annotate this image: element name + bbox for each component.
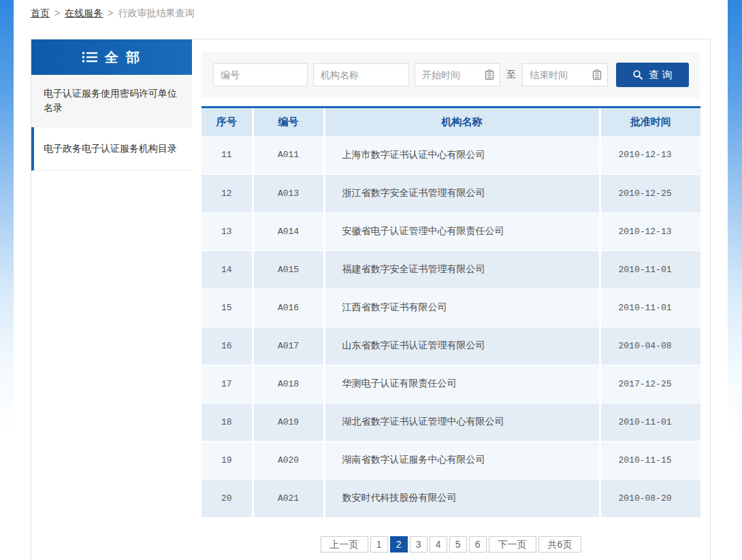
page-number-6[interactable]: 6	[469, 536, 487, 553]
breadcrumb-online-services-link[interactable]: 在线服务	[65, 7, 103, 18]
table-row: 12 A013 浙江省数字安全证书管理有限公司 2010-12-25	[201, 174, 700, 212]
table-row: 16 A017 山东省数字证书认证管理有限公司 2010-04-08	[201, 327, 700, 365]
cell-approval-date: 2010-11-01	[600, 289, 700, 327]
cell-approval-date: 2010-12-25	[600, 174, 700, 212]
main-content: 至 查 询	[201, 39, 700, 554]
start-date-wrap	[415, 63, 500, 86]
cell-code: A013	[253, 174, 324, 212]
page-number-5[interactable]: 5	[449, 536, 467, 553]
cell-org-name: 浙江省数字安全证书管理有限公司	[324, 174, 600, 212]
cell-approval-date: 2010-04-08	[600, 327, 700, 365]
pagination: 上一页 123456 下一页 共6页	[201, 536, 700, 554]
search-icon	[632, 69, 643, 80]
cell-code: A011	[253, 136, 324, 174]
cell-code: A021	[253, 479, 324, 517]
cell-org-name: 上海市数字证书认证中心有限公司	[324, 136, 600, 174]
column-header-org-name: 机构名称	[324, 108, 600, 136]
cell-code: A016	[253, 289, 324, 327]
cell-approval-date: 2010-12-13	[600, 136, 700, 174]
cell-approval-date: 2010-11-15	[600, 441, 700, 479]
table-row: 15 A016 江西省数字证书有限公司 2010-11-01	[201, 289, 700, 327]
cell-index: 11	[201, 136, 253, 174]
page-number-1[interactable]: 1	[370, 536, 388, 553]
cell-code: A015	[253, 250, 324, 289]
search-panel: 至 查 询	[201, 52, 700, 98]
cell-index: 16	[201, 327, 253, 365]
table-row: 11 A011 上海市数字证书认证中心有限公司 2010-12-13	[201, 136, 700, 174]
breadcrumb-current: 行政审批结果查询	[118, 7, 194, 18]
results-table: 序号 编号 机构名称 批准时间 11 A011 上海市数字证书认证中心有限公司 …	[201, 108, 700, 518]
start-date-input[interactable]	[415, 63, 500, 86]
cell-org-name: 安徽省电子认证管理中心有限责任公司	[324, 212, 600, 250]
end-date-input[interactable]	[522, 63, 608, 86]
cell-index: 18	[201, 403, 253, 441]
cell-org-name: 数安时代科技股份有限公司	[324, 479, 600, 517]
cell-org-name: 湖南省数字认证服务中心有限公司	[324, 441, 600, 479]
page-container: 首页>在线服务>行政审批结果查询 全 部 电子认证服务使用密码许可单位名录 电子…	[14, 0, 728, 560]
page-number-3[interactable]: 3	[410, 536, 428, 553]
cell-code: A014	[253, 212, 324, 250]
cell-index: 12	[201, 174, 253, 212]
query-button[interactable]: 查 询	[616, 63, 689, 87]
next-page-button[interactable]: 下一页	[489, 536, 536, 553]
table-row: 18 A019 湖北省数字证书认证管理中心有限公司 2010-11-01	[201, 403, 700, 441]
table-body: 11 A011 上海市数字证书认证中心有限公司 2010-12-13 12 A0…	[201, 136, 700, 517]
cell-code: A020	[253, 441, 324, 479]
column-header-approval-date: 批准时间	[600, 108, 700, 136]
cell-approval-date: 2010-11-01	[600, 250, 700, 289]
page-number-4[interactable]: 4	[430, 536, 447, 553]
sidebar-item-label: 电子政务电子认证服务机构目录	[44, 143, 177, 154]
org-name-input[interactable]	[313, 63, 409, 86]
table-row: 20 A021 数安时代科技股份有限公司 2010-08-20	[201, 479, 700, 517]
cell-approval-date: 2010-11-01	[600, 403, 700, 441]
breadcrumb-separator: >	[54, 7, 60, 18]
code-input[interactable]	[213, 63, 308, 86]
cell-approval-date: 2017-12-25	[600, 365, 700, 403]
column-header-index: 序号	[201, 108, 253, 136]
table-header-row: 序号 编号 机构名称 批准时间	[201, 108, 700, 136]
query-button-label: 查 询	[649, 69, 672, 82]
breadcrumb-home-link[interactable]: 首页	[31, 7, 50, 18]
cell-index: 17	[201, 365, 253, 403]
sidebar-item-egov-ca-directory[interactable]: 电子政务电子认证服务机构目录	[31, 127, 192, 171]
content-wrapper: 全 部 电子认证服务使用密码许可单位名录 电子政务电子认证服务机构目录	[31, 39, 711, 560]
sidebar-header: 全 部	[31, 39, 192, 75]
cell-code: A017	[253, 327, 324, 365]
results-table-wrap: 序号 编号 机构名称 批准时间 11 A011 上海市数字证书认证中心有限公司 …	[201, 106, 700, 518]
cell-index: 14	[201, 250, 253, 289]
total-pages-label: 共6页	[538, 536, 582, 553]
cell-org-name: 山东省数字证书认证管理有限公司	[324, 327, 600, 365]
cell-org-name: 福建省数字安全证书管理有限公司	[324, 250, 600, 289]
cell-code: A018	[253, 365, 324, 403]
breadcrumb: 首页>在线服务>行政审批结果查询	[14, 0, 728, 20]
table-row: 19 A020 湖南省数字认证服务中心有限公司 2010-11-15	[201, 441, 700, 479]
table-row: 17 A018 华测电子认证有限责任公司 2017-12-25	[201, 365, 700, 403]
table-row: 14 A015 福建省数字安全证书管理有限公司 2010-11-01	[201, 250, 700, 289]
cell-index: 13	[201, 212, 253, 250]
prev-page-button[interactable]: 上一页	[321, 536, 368, 553]
cell-approval-date: 2010-08-20	[600, 479, 700, 517]
sidebar-header-label: 全 部	[105, 48, 142, 67]
list-icon	[82, 51, 98, 63]
cell-approval-date: 2010-12-13	[600, 212, 700, 250]
cell-org-name: 华测电子认证有限责任公司	[324, 365, 600, 403]
cell-index: 20	[201, 479, 253, 517]
cell-code: A019	[253, 403, 324, 441]
cell-org-name: 湖北省数字证书认证管理中心有限公司	[324, 403, 600, 441]
date-range-to-label: 至	[506, 69, 516, 81]
sidebar-item-label: 电子认证服务使用密码许可单位名录	[44, 88, 177, 113]
cell-index: 15	[201, 289, 253, 327]
column-header-code: 编号	[253, 108, 324, 136]
sidebar-item-password-license-list[interactable]: 电子认证服务使用密码许可单位名录	[31, 75, 192, 127]
end-date-wrap	[522, 63, 608, 86]
breadcrumb-separator: >	[108, 7, 113, 18]
page-number-2[interactable]: 2	[390, 536, 408, 553]
cell-org-name: 江西省数字证书有限公司	[324, 289, 600, 327]
table-row: 13 A014 安徽省电子认证管理中心有限责任公司 2010-12-13	[201, 212, 700, 250]
cell-index: 19	[201, 441, 253, 479]
sidebar: 全 部 电子认证服务使用密码许可单位名录 电子政务电子认证服务机构目录	[31, 39, 192, 171]
